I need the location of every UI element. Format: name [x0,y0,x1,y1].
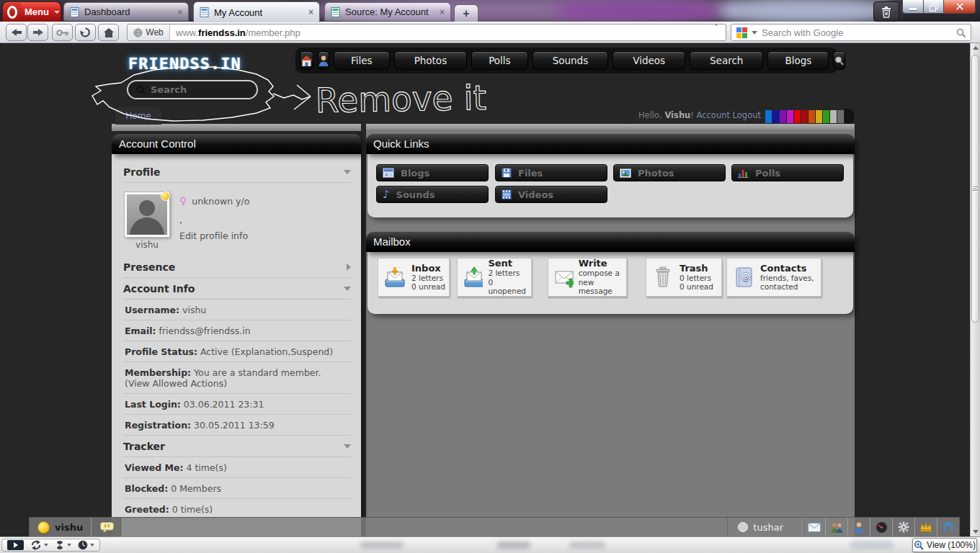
color-swatch[interactable] [787,110,793,123]
quick-link-videos[interactable]: Videos [495,186,607,203]
nav-home-button[interactable] [300,51,313,70]
quick-link-files[interactable]: Files [495,164,607,181]
color-swatch[interactable] [765,110,772,123]
mailbox-card-contacts[interactable]: @ Contacts friends, faves, contacted [726,258,821,297]
quick-links-header: Quick Links [366,134,855,154]
avatar[interactable] [125,192,169,237]
chat-settings-button[interactable] [893,518,915,536]
nav-search-button[interactable] [833,51,845,70]
section-profile[interactable]: Profile [123,161,351,183]
panels-toggle-button[interactable] [7,540,24,550]
mailbox-card-sent[interactable]: Sent 2 letters 0 unopened [457,258,532,297]
search-engine-dropdown-icon[interactable] [752,31,757,35]
row-label: Greeted: [125,504,169,515]
scrollbar-thumb[interactable] [971,55,979,323]
site-search-input[interactable]: Search [127,80,258,99]
search-icon[interactable] [956,28,966,37]
chevron-down-icon [713,24,719,38]
status-badge [161,192,170,201]
forward-button[interactable] [27,24,48,41]
close-icon[interactable]: × [440,8,445,17]
avatar-wrap: vishu [125,192,169,250]
quick-link-polls[interactable]: Polls [731,164,844,181]
new-tab-button[interactable]: + [454,4,478,22]
chat-friend-tushar[interactable]: tushar [727,518,803,536]
color-swatch[interactable] [837,110,844,123]
url-dropdown-button[interactable] [713,26,726,39]
view-allowed-actions-link[interactable]: (View Allowed Actions) [125,378,227,389]
mailbox-card-inbox[interactable]: Inbox 2 letters 0 unread [378,258,450,297]
chat-mail-button[interactable] [803,518,826,536]
chat-premium-button[interactable] [915,518,937,536]
color-swatch[interactable] [823,110,829,123]
source-page-icon [331,7,341,17]
quick-link-sounds[interactable]: ♪ Sounds [376,186,489,203]
google-search-field[interactable]: Search with Google [731,24,971,41]
section-account-info[interactable]: Account Info [123,278,351,300]
account-control-header: Account Control [112,134,361,154]
nav-item-sounds[interactable]: Sounds [533,51,609,70]
edit-profile-link[interactable]: Edit profile info [179,230,249,241]
color-swatch[interactable] [808,110,815,123]
close-window-button[interactable] [944,0,976,14]
scroll-up-button[interactable] [971,43,980,53]
color-swatch[interactable] [801,110,808,123]
close-icon[interactable]: × [308,8,313,17]
card-text: Contacts friends, faves, contacted [760,264,814,292]
nav-item-videos[interactable]: Videos [612,51,685,70]
chat-current-user[interactable]: vishu [30,518,92,536]
quick-link-photos[interactable]: Photos [613,164,726,181]
restore-button[interactable] [924,0,944,14]
color-swatch[interactable] [794,110,801,123]
reload-button[interactable] [75,24,96,41]
row-label: Email: [125,325,156,336]
tab-source-my-account[interactable]: Source: My Account × [324,2,451,21]
trash-icon [881,6,891,18]
quick-link-blogs[interactable]: Blogs [376,164,489,181]
home-button[interactable] [98,24,119,41]
nav-item-search[interactable]: Search [690,51,763,70]
card-text: Inbox 2 letters 0 unread [411,264,445,292]
chat-speed-dial-button[interactable] [870,518,893,536]
section-presence[interactable]: Presence [123,256,351,278]
color-swatch[interactable] [816,110,822,123]
address-bar[interactable]: Web www.friendss.in/member.php [127,24,726,41]
turbo-menu-button[interactable] [78,540,94,550]
nav-item-blogs[interactable]: Blogs [767,51,829,70]
nav-profile-button[interactable] [318,51,329,70]
web-protocol-badge[interactable]: Web [128,24,170,40]
chat-logout-button[interactable] [937,518,959,536]
chat-bubble-button[interactable] [92,518,122,536]
tab-dashboard[interactable]: Dashboard × [63,2,189,21]
color-swatch[interactable] [780,110,786,123]
back-button[interactable] [6,24,27,41]
color-swatch[interactable] [772,110,779,123]
opera-menu-button[interactable]: Menu [2,1,61,22]
chat-friends-button[interactable] [826,518,848,536]
scroll-down-button[interactable] [971,527,980,536]
close-icon[interactable]: × [177,8,182,17]
taskbar-smudge [850,541,894,549]
mailbox-card-write[interactable]: Write compose a new message [548,258,627,297]
minimize-button[interactable] [902,0,924,14]
sync-menu-button[interactable] [30,540,48,550]
mailbox-card-trash[interactable]: Trash 0 letters 0 unread [646,258,722,297]
section-tracker[interactable]: Tracker [123,436,351,457]
tab-label: My Account [214,7,262,18]
rewind-key-button[interactable] [52,24,73,41]
chat-profile-button[interactable] [848,518,870,536]
nav-item-polls[interactable]: Polls [471,51,527,70]
page-scrollbar[interactable] [970,43,980,536]
card-line2: 0 unread [680,282,713,292]
breadcrumb-home-link[interactable]: Home [115,107,161,125]
closed-tabs-trash-button[interactable] [873,1,899,22]
tab-my-account[interactable]: My Account × [193,1,320,22]
nav-item-files[interactable]: Files [334,51,390,70]
unite-menu-button[interactable] [55,540,71,550]
site-logo[interactable]: FRIENDSS.IN [128,55,241,73]
account-logout-links[interactable]: Account Logout [697,110,761,120]
nav-item-photos[interactable]: Photos [394,51,468,70]
color-swatch[interactable] [830,110,837,123]
url-text[interactable]: www.friendss.in/member.php [170,27,300,38]
zoom-view-button[interactable]: View (100%) [912,538,977,552]
